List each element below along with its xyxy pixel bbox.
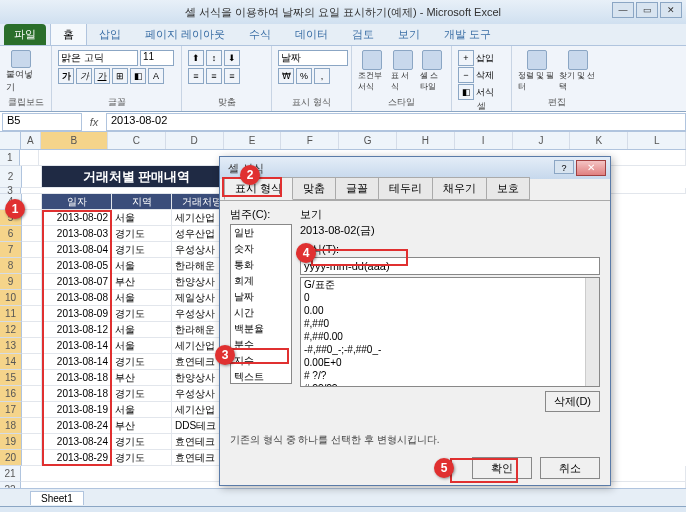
ribbon-tab-data[interactable]: 데이터 bbox=[283, 24, 340, 45]
fmt-item[interactable]: 0.00 bbox=[301, 304, 599, 317]
category-list[interactable]: 일반 숫자 통화 회계 날짜 시간 백분율 분수 지수 텍스트 기타 사용자 지… bbox=[230, 224, 292, 384]
cat-text[interactable]: 텍스트 bbox=[231, 369, 291, 384]
cell-date[interactable]: 2013-08-19 bbox=[42, 402, 112, 418]
row-header[interactable]: 7 bbox=[0, 242, 22, 258]
align-left-button[interactable]: ≡ bbox=[188, 68, 204, 84]
dialog-cancel-button[interactable]: 취소 bbox=[540, 457, 600, 479]
underline-button[interactable]: 가 bbox=[94, 68, 110, 84]
align-center-button[interactable]: ≡ bbox=[206, 68, 222, 84]
fmt-item[interactable]: # ??/?? bbox=[301, 382, 599, 387]
col-i[interactable]: I bbox=[455, 132, 513, 149]
cell-region[interactable]: 부산 bbox=[112, 370, 172, 386]
font-name-box[interactable]: 맑은 고딕 bbox=[58, 50, 138, 66]
ribbon-tab-formulas[interactable]: 수식 bbox=[237, 24, 283, 45]
row-header[interactable]: 14 bbox=[0, 354, 22, 370]
cell-region[interactable]: 서울 bbox=[112, 210, 172, 226]
fmt-item[interactable]: 0.00E+0 bbox=[301, 356, 599, 369]
select-all-corner[interactable] bbox=[0, 132, 21, 149]
ribbon-tab-view[interactable]: 보기 bbox=[386, 24, 432, 45]
align-right-button[interactable]: ≡ bbox=[224, 68, 240, 84]
cell-region[interactable]: 서울 bbox=[112, 338, 172, 354]
col-a[interactable]: A bbox=[21, 132, 40, 149]
cell-date[interactable]: 2013-08-05 bbox=[42, 258, 112, 274]
dialog-tab-align[interactable]: 맞춤 bbox=[292, 177, 336, 200]
cell-region[interactable]: 서울 bbox=[112, 258, 172, 274]
col-k[interactable]: K bbox=[570, 132, 628, 149]
sort-filter-button[interactable]: 정렬 및 필터 bbox=[518, 50, 555, 94]
cell-region[interactable]: 서울 bbox=[112, 322, 172, 338]
dialog-tab-font[interactable]: 글꼴 bbox=[335, 177, 379, 200]
sheet-tab[interactable]: Sheet1 bbox=[30, 491, 84, 505]
cell-region[interactable]: 경기도 bbox=[112, 306, 172, 322]
cell-region[interactable]: 경기도 bbox=[112, 434, 172, 450]
cat-fraction[interactable]: 분수 bbox=[231, 337, 291, 353]
cat-percent[interactable]: 백분율 bbox=[231, 321, 291, 337]
cell-date[interactable]: 2013-08-02 bbox=[42, 210, 112, 226]
cell-region[interactable]: 경기도 bbox=[112, 354, 172, 370]
cat-currency[interactable]: 통화 bbox=[231, 257, 291, 273]
row-21[interactable]: 21 bbox=[0, 466, 21, 482]
cell-date[interactable]: 2013-08-18 bbox=[42, 370, 112, 386]
ribbon-tab-pagelayout[interactable]: 페이지 레이아웃 bbox=[133, 24, 237, 45]
row-header[interactable]: 15 bbox=[0, 370, 22, 386]
cat-number[interactable]: 숫자 bbox=[231, 241, 291, 257]
row-1[interactable]: 1 bbox=[0, 150, 20, 166]
col-e[interactable]: E bbox=[224, 132, 282, 149]
cell-date[interactable]: 2013-08-12 bbox=[42, 322, 112, 338]
cat-scientific[interactable]: 지수 bbox=[231, 353, 291, 369]
window-maximize-button[interactable]: ▭ bbox=[636, 2, 658, 18]
cell-date[interactable]: 2013-08-29 bbox=[42, 450, 112, 466]
col-d[interactable]: D bbox=[166, 132, 224, 149]
row-header[interactable]: 18 bbox=[0, 418, 22, 434]
insert-cells-button[interactable]: + bbox=[458, 50, 474, 66]
col-c[interactable]: C bbox=[108, 132, 166, 149]
cell-date[interactable]: 2013-08-24 bbox=[42, 434, 112, 450]
border-button[interactable]: ⊞ bbox=[112, 68, 128, 84]
row-header[interactable]: 19 bbox=[0, 434, 22, 450]
bold-button[interactable]: 가 bbox=[58, 68, 74, 84]
col-g[interactable]: G bbox=[339, 132, 397, 149]
dialog-ok-button[interactable]: 확인 bbox=[472, 457, 532, 479]
row-header[interactable]: 11 bbox=[0, 306, 22, 322]
percent-button[interactable]: % bbox=[296, 68, 312, 84]
cell-date[interactable]: 2013-08-09 bbox=[42, 306, 112, 322]
window-close-button[interactable]: ✕ bbox=[660, 2, 682, 18]
row-header[interactable]: 6 bbox=[0, 226, 22, 242]
fmt-item[interactable]: -#,##0_-;-#,##0_- bbox=[301, 343, 599, 356]
cell-style-button[interactable]: 셀 스타일 bbox=[420, 50, 445, 94]
cat-time[interactable]: 시간 bbox=[231, 305, 291, 321]
font-color-button[interactable]: A bbox=[148, 68, 164, 84]
cell-date[interactable]: 2013-08-08 bbox=[42, 290, 112, 306]
cell-date[interactable]: 2013-08-14 bbox=[42, 354, 112, 370]
dialog-titlebar[interactable]: 셀 서식 ? ✕ bbox=[220, 157, 610, 179]
cell-date[interactable]: 2013-08-14 bbox=[42, 338, 112, 354]
row-header[interactable]: 9 bbox=[0, 274, 22, 290]
align-top-button[interactable]: ⬆ bbox=[188, 50, 204, 66]
col-h[interactable]: H bbox=[397, 132, 455, 149]
file-tab[interactable]: 파일 bbox=[4, 24, 46, 45]
row-header[interactable]: 13 bbox=[0, 338, 22, 354]
format-input[interactable] bbox=[300, 257, 600, 275]
dialog-tab-fill[interactable]: 채우기 bbox=[432, 177, 487, 200]
ribbon-tab-developer[interactable]: 개발 도구 bbox=[432, 24, 503, 45]
cell-date[interactable]: 2013-08-07 bbox=[42, 274, 112, 290]
font-size-box[interactable]: 11 bbox=[140, 50, 174, 66]
row-header[interactable]: 8 bbox=[0, 258, 22, 274]
ribbon-tab-insert[interactable]: 삽입 bbox=[87, 24, 133, 45]
align-bottom-button[interactable]: ⬇ bbox=[224, 50, 240, 66]
dialog-close-button[interactable]: ✕ bbox=[576, 160, 606, 176]
fmt-item[interactable]: #,##0.00 bbox=[301, 330, 599, 343]
cond-format-button[interactable]: 조건부 서식 bbox=[358, 50, 387, 94]
delete-format-button[interactable]: 삭제(D) bbox=[545, 391, 600, 412]
dialog-tab-border[interactable]: 테두리 bbox=[378, 177, 433, 200]
dialog-tab-number[interactable]: 표시 형식 bbox=[224, 177, 293, 200]
row-header[interactable]: 10 bbox=[0, 290, 22, 306]
cell-date[interactable]: 2013-08-04 bbox=[42, 242, 112, 258]
ribbon-tab-review[interactable]: 검토 bbox=[340, 24, 386, 45]
cell-date[interactable]: 2013-08-24 bbox=[42, 418, 112, 434]
cat-date[interactable]: 날짜 bbox=[231, 289, 291, 305]
window-minimize-button[interactable]: — bbox=[612, 2, 634, 18]
paste-button[interactable]: 붙여넣기 bbox=[6, 50, 36, 94]
cell-region[interactable]: 경기도 bbox=[112, 386, 172, 402]
row-header[interactable]: 12 bbox=[0, 322, 22, 338]
